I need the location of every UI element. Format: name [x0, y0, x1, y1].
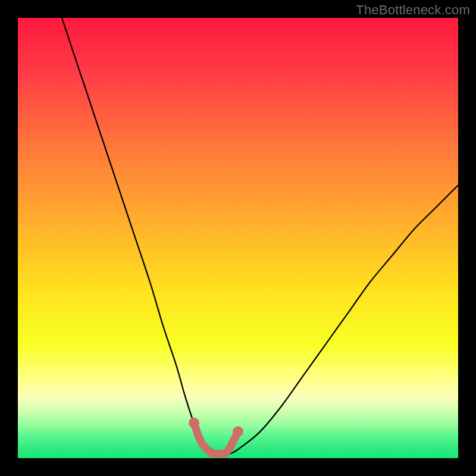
marker-dot — [233, 427, 243, 437]
plot-area — [18, 18, 458, 458]
marker-dot — [189, 418, 199, 428]
curve-highlight-band — [194, 423, 238, 454]
bottleneck-curve — [18, 18, 458, 458]
curve-line — [62, 18, 458, 455]
chart-frame: TheBottleneck.com — [0, 0, 476, 476]
watermark-text: TheBottleneck.com — [356, 2, 470, 18]
